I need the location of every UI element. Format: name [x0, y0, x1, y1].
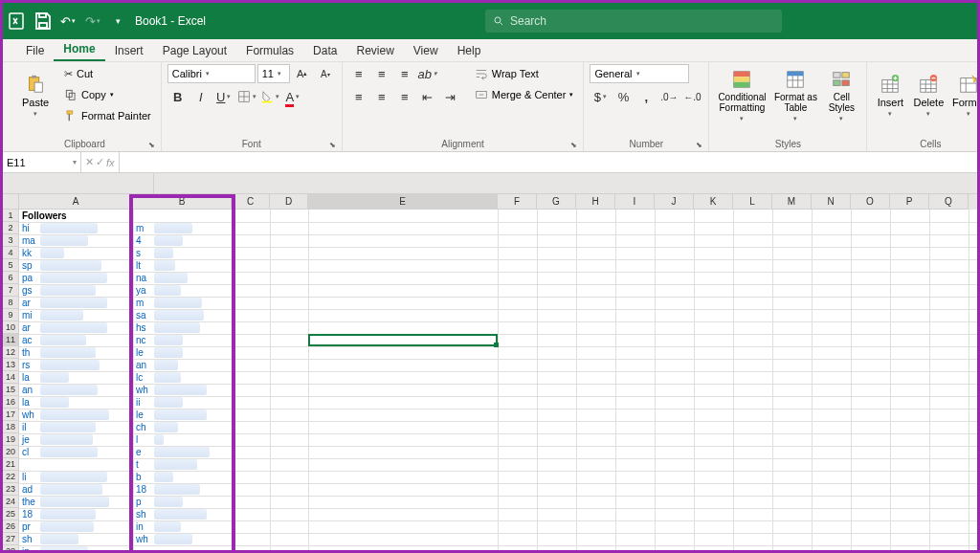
align-middle-icon[interactable]: ≡ [371, 64, 392, 83]
underline-button[interactable]: U [213, 87, 234, 106]
decrease-font-icon[interactable]: A▾ [315, 64, 336, 83]
row-header-17[interactable]: 17 [3, 409, 19, 421]
paste-button[interactable]: Paste▾ [14, 64, 56, 127]
row-header-28[interactable]: 28 [3, 545, 19, 553]
font-launcher[interactable]: ⬊ [329, 141, 336, 149]
row-header-20[interactable]: 20 [3, 446, 19, 458]
row-header-5[interactable]: 5 [3, 259, 19, 272]
delete-cells-button[interactable]: Delete▾ [911, 64, 946, 127]
row-header-10[interactable]: 10 [3, 321, 19, 334]
enter-formula-icon[interactable]: ✓ [96, 156, 104, 168]
row-header-14[interactable]: 14 [3, 371, 19, 384]
row-header-15[interactable]: 15 [3, 384, 19, 396]
row-header-8[interactable]: 8 [3, 297, 19, 309]
row-header-12[interactable]: 12 [3, 346, 19, 359]
row-header-13[interactable]: 13 [3, 359, 19, 371]
align-bottom-icon[interactable]: ≡ [394, 64, 415, 83]
align-center-icon[interactable]: ≡ [371, 87, 392, 106]
col-header-G[interactable]: G [537, 194, 576, 210]
bold-button[interactable]: B [167, 87, 189, 106]
row-header-27[interactable]: 27 [3, 533, 19, 545]
tab-home[interactable]: Home [54, 38, 104, 61]
col-header-L[interactable]: L [733, 194, 772, 210]
font-size-combo[interactable]: 11▾ [257, 64, 290, 83]
col-header-E[interactable]: E [308, 194, 498, 210]
tab-file[interactable]: File [16, 40, 54, 61]
redo-button[interactable]: ↷▾ [81, 10, 104, 33]
decrease-decimal-icon[interactable]: ←.0 [681, 87, 702, 106]
col-header-P[interactable]: P [890, 194, 929, 210]
tab-page-layout[interactable]: Page Layout [153, 40, 236, 61]
row-header-19[interactable]: 19 [3, 433, 19, 446]
align-right-icon[interactable]: ≡ [394, 87, 415, 106]
percent-format-icon[interactable]: % [612, 87, 634, 106]
tab-data[interactable]: Data [303, 40, 346, 61]
font-color-button[interactable]: A [282, 87, 303, 106]
col-header-H[interactable]: H [576, 194, 615, 210]
qat-customize-button[interactable]: ▾ [106, 10, 129, 33]
increase-font-icon[interactable]: A▴ [292, 64, 313, 83]
italic-button[interactable]: I [190, 87, 212, 106]
orientation-icon[interactable]: ab [417, 64, 438, 83]
search-input[interactable]: Search [485, 10, 782, 33]
row-header-24[interactable]: 24 [3, 496, 19, 508]
tab-insert[interactable]: Insert [105, 40, 153, 61]
col-header-I[interactable]: I [615, 194, 655, 210]
spreadsheet-grid[interactable]: 1234567891011121314151617181920212223242… [3, 210, 977, 553]
cut-button[interactable]: ✂Cut [60, 64, 155, 83]
col-header-N[interactable]: N [812, 194, 851, 210]
row-header-21[interactable]: 21 [3, 458, 19, 471]
row-header-2[interactable]: 2 [3, 222, 19, 234]
border-button[interactable] [236, 87, 257, 106]
row-header-23[interactable]: 23 [3, 483, 19, 496]
format-painter-button[interactable]: Format Painter [60, 106, 155, 125]
col-header-C[interactable]: C [232, 194, 270, 210]
row-header-4[interactable]: 4 [3, 247, 19, 259]
comma-format-icon[interactable]: , [635, 87, 657, 106]
row-header-6[interactable]: 6 [3, 272, 19, 284]
row-header-1[interactable]: 1 [3, 210, 19, 222]
format-cells-button[interactable]: Format▾ [949, 64, 980, 127]
fill-color-button[interactable] [259, 87, 280, 106]
row-header-11[interactable]: 11 [3, 334, 19, 346]
col-header-M[interactable]: M [772, 194, 812, 210]
formula-input[interactable] [120, 152, 977, 172]
align-top-icon[interactable]: ≡ [348, 64, 369, 83]
merge-center-button[interactable]: Merge & Center▾ [471, 85, 578, 104]
number-launcher[interactable]: ⬊ [696, 141, 702, 149]
row-header-7[interactable]: 7 [3, 284, 19, 297]
format-as-table-button[interactable]: Format as Table▾ [772, 64, 818, 127]
col-header-F[interactable]: F [498, 194, 537, 210]
conditional-formatting-button[interactable]: Conditional Formatting▾ [715, 64, 768, 127]
alignment-launcher[interactable]: ⬊ [570, 141, 577, 149]
tab-formulas[interactable]: Formulas [236, 40, 303, 61]
number-format-combo[interactable]: General▾ [590, 64, 689, 83]
col-header-B[interactable]: B [133, 194, 232, 210]
align-left-icon[interactable]: ≡ [348, 87, 369, 106]
row-header-18[interactable]: 18 [3, 421, 19, 433]
select-all-corner[interactable] [3, 194, 19, 210]
decrease-indent-icon[interactable]: ⇤ [417, 87, 438, 106]
col-header-Q[interactable]: Q [929, 194, 969, 210]
row-header-9[interactable]: 9 [3, 309, 19, 321]
row-header-26[interactable]: 26 [3, 520, 19, 533]
col-header-K[interactable]: K [694, 194, 733, 210]
col-header-J[interactable]: J [655, 194, 694, 210]
row-header-25[interactable]: 25 [3, 508, 19, 520]
row-header-3[interactable]: 3 [3, 234, 19, 247]
font-family-combo[interactable]: Calibri▾ [167, 64, 256, 83]
save-button[interactable] [32, 10, 55, 33]
tab-view[interactable]: View [404, 40, 448, 61]
col-header-D[interactable]: D [270, 194, 308, 210]
tab-review[interactable]: Review [346, 40, 403, 61]
col-header-O[interactable]: O [851, 194, 890, 210]
copy-button[interactable]: Copy▾ [60, 85, 155, 104]
row-header-22[interactable]: 22 [3, 471, 19, 483]
increase-indent-icon[interactable]: ⇥ [440, 87, 461, 106]
wrap-text-button[interactable]: Wrap Text [471, 64, 578, 83]
col-header-A[interactable]: A [19, 194, 133, 210]
undo-button[interactable]: ↶▾ [56, 10, 79, 33]
fx-icon[interactable]: fx [106, 157, 115, 168]
cell-styles-button[interactable]: Cell Styles▾ [822, 64, 860, 127]
tab-help[interactable]: Help [448, 40, 491, 61]
